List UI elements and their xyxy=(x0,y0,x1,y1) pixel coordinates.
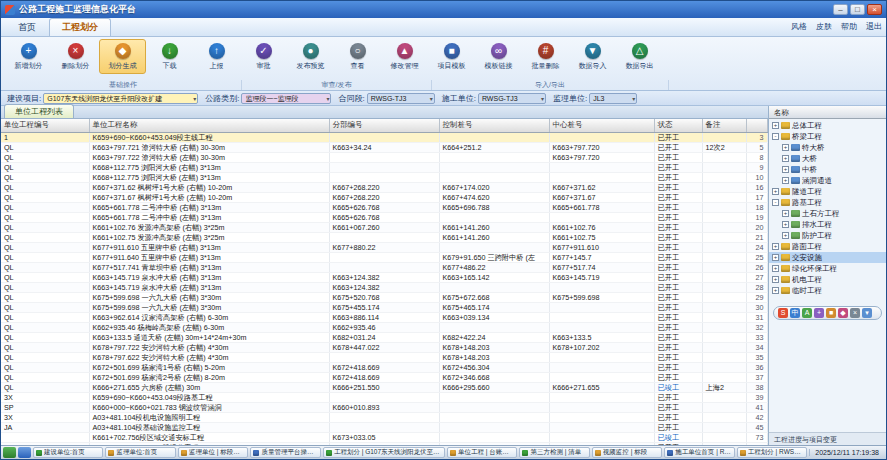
tree-item-8[interactable]: +土石方工程 xyxy=(769,208,886,219)
menubar-link-3[interactable]: 退出 xyxy=(866,21,882,32)
taskbar-start-icon[interactable] xyxy=(3,447,16,458)
handwrite-icon[interactable]: ◆ xyxy=(838,308,848,318)
taskbar-item-7[interactable]: 视频监控 | 标段 xyxy=(592,447,662,458)
keyboard-icon[interactable]: ■ xyxy=(826,308,836,318)
template-link-button[interactable]: ∞模板链接 xyxy=(475,39,522,74)
column-header-0[interactable]: 单位工程编号 xyxy=(1,119,89,132)
table-row[interactable]: QLK665+661.778 二号冲中桥 (左幅) 3*13mK665+626.… xyxy=(1,212,767,222)
taskbar-item-0[interactable]: 建设单位:首页 xyxy=(33,447,103,458)
table-row[interactable]: 3XK659+690~K660+453.049段路基工程已开工39 xyxy=(1,392,767,402)
tree-header[interactable]: 名称 xyxy=(769,106,886,119)
cn-en-toggle-icon[interactable]: 中 xyxy=(790,308,800,318)
tree-expander-icon[interactable]: + xyxy=(772,265,779,272)
table-row[interactable]: QLK672+501.699 杨家湾1号桥 (右幅) 5-20mK672+418… xyxy=(1,362,767,372)
tree-item-0[interactable]: +总体工程 xyxy=(769,120,886,131)
table-row[interactable]: QLK663+145.719 泉水冲大桥 (左幅) 3*13mK663+124.… xyxy=(1,282,767,292)
table-row[interactable]: QLK672+501.699 杨家湾2号桥 (左幅) 8-20mK672+418… xyxy=(1,372,767,382)
table-row[interactable]: QLK677+517.741 青草坝中桥 (右幅) 3*13mK677+486.… xyxy=(1,262,767,272)
tree-item-5[interactable]: +涵洞通道 xyxy=(769,175,886,186)
taskbar-item-5[interactable]: 单位工程 | 台账清单 xyxy=(447,447,517,458)
letter-mode-icon[interactable]: A xyxy=(802,308,812,318)
tree-expander-icon[interactable]: + xyxy=(782,144,789,151)
tree-expander-icon[interactable]: + xyxy=(772,122,779,129)
table-row[interactable]: QLK662+935.46 杨梅岭高架桥 (左幅) 6-30mK662+935.… xyxy=(1,322,767,332)
tree-expander-icon[interactable]: - xyxy=(772,133,779,140)
table-row[interactable]: QLK665+661.778 二号冲中桥 (右幅) 3*13mK665+626.… xyxy=(1,202,767,212)
table-row[interactable]: QLK666+271.655 六房桥 (左幅) 30mK666+251.550K… xyxy=(1,382,767,392)
punctuation-icon[interactable]: + xyxy=(814,308,824,318)
taskbar-item-9[interactable]: 工程划分 | RWSG-TJ3 xyxy=(737,447,807,458)
approve-button[interactable]: ✓审批 xyxy=(240,39,287,74)
table-row[interactable]: QLK675+599.698 一六九大桥 (左幅) 3*30mK675+455.… xyxy=(1,302,767,312)
tree-expander-icon[interactable]: - xyxy=(772,199,779,206)
close-button[interactable]: × xyxy=(867,4,882,15)
view-button[interactable]: ○查看 xyxy=(334,39,381,74)
tree-item-15[interactable]: +临时工程 xyxy=(769,285,886,296)
tree-expander-icon[interactable]: + xyxy=(782,166,789,173)
data-import-button[interactable]: ▼数据导入 xyxy=(569,39,616,74)
tree-item-10[interactable]: +防护工程 xyxy=(769,230,886,241)
table-row[interactable]: QLK677+911.610 五里牌中桥 (右幅) 3*13mK677+880.… xyxy=(1,242,767,252)
skin-icon[interactable]: × xyxy=(850,308,860,318)
report-button[interactable]: ↑上报 xyxy=(193,39,240,74)
unit-project-table-container[interactable]: 单位工程编号单位工程名称分部编号控制桩号中心桩号状态备注 1K659+690~K… xyxy=(1,119,768,445)
taskbar-item-1[interactable]: 监理单位:首页 xyxy=(105,447,175,458)
delete-button[interactable]: ×删除划分 xyxy=(52,39,99,74)
menubar-link-0[interactable]: 风格 xyxy=(791,21,807,32)
menu-tab-home[interactable]: 首页 xyxy=(5,18,49,36)
taskbar-item-6[interactable]: 第三方检测 | 清单 xyxy=(519,447,589,458)
table-row[interactable]: QLK668+112.775 浏阳河大桥 (右幅) 3*13m已开工9 xyxy=(1,162,767,172)
table-row[interactable]: QLK661+102.76 发源冲高架桥 (右幅) 3*25mK661+067.… xyxy=(1,222,767,232)
tab-unit-project-list[interactable]: 单位工程列表 xyxy=(4,104,74,118)
table-row[interactable]: QLK663+145.719 泉水冲大桥 (右幅) 3*13mK663+124.… xyxy=(1,272,767,282)
tree-item-12[interactable]: +交安设施 xyxy=(769,252,886,263)
taskbar-item-2[interactable]: 监理单位 | 标段信息 xyxy=(178,447,248,458)
tree-expander-icon[interactable]: + xyxy=(782,177,789,184)
tree-item-6[interactable]: +隧道工程 xyxy=(769,186,886,197)
menubar-link-1[interactable]: 皮肤 xyxy=(816,21,832,32)
modify-manage-button[interactable]: ▲修改管理 xyxy=(381,39,428,74)
taskbar-item-8[interactable]: 施工单位首页 | RWSG-TJ3 xyxy=(664,447,734,458)
publish-preview-button[interactable]: ●发布预览 xyxy=(287,39,334,74)
table-row[interactable]: QLK663+133.5 通道天桥 (左幅) 30m+14*24m+30mK68… xyxy=(1,332,767,342)
generate-button[interactable]: ◆划分生成 xyxy=(99,39,146,74)
new-button[interactable]: +新增划分 xyxy=(5,39,52,74)
column-header-6[interactable]: 备注 xyxy=(702,119,746,132)
table-row[interactable]: K661+702.756段区域交通安标工程K673+033.05已竣工73 xyxy=(1,432,767,442)
tree-expander-icon[interactable]: + xyxy=(782,210,789,217)
table-row[interactable]: QLK663+797.722 潦河特大桥 (左幅) 30-30mK663+797… xyxy=(1,152,767,162)
download-button[interactable]: ↓下载 xyxy=(146,39,193,74)
data-export-button[interactable]: △数据导出 xyxy=(616,39,663,74)
tree-expander-icon[interactable]: + xyxy=(772,287,779,294)
column-header-5[interactable]: 状态 xyxy=(654,119,702,132)
table-row[interactable]: QLK663+962.614 汉家湾高架桥 (右幅) 6-30mK663+886… xyxy=(1,312,767,322)
taskbar-app-icon[interactable] xyxy=(18,447,31,458)
column-header-4[interactable]: 中心桩号 xyxy=(549,119,654,132)
supervisor-select[interactable]: JL3 xyxy=(589,93,637,104)
table-row[interactable]: QLK661+102.75 发源冲高架桥 (左幅) 3*25mK661+141.… xyxy=(1,232,767,242)
menubar-link-2[interactable]: 帮助 xyxy=(841,21,857,32)
taskbar-item-4[interactable]: 工程划分 | G107东天线浏阳龙伏至升阳段改扩建 项目工程 xyxy=(323,447,445,458)
tree-item-9[interactable]: +排水工程 xyxy=(769,219,886,230)
tree-item-14[interactable]: +机电工程 xyxy=(769,274,886,285)
maximize-button[interactable]: □ xyxy=(850,4,865,15)
column-header-7[interactable] xyxy=(746,119,767,132)
tree-expander-icon[interactable]: + xyxy=(782,155,789,162)
table-row[interactable]: QLK678+797.622 安沙河特大桥 (左幅) 4*30mK678+148… xyxy=(1,352,767,362)
table-row[interactable]: QLK675+599.698 一六九大桥 (右幅) 3*30mK675+520.… xyxy=(1,292,767,302)
tree-expander-icon[interactable]: + xyxy=(782,221,789,228)
tree-expander-icon[interactable]: + xyxy=(772,188,779,195)
minimize-button[interactable]: – xyxy=(833,4,848,15)
tree-item-7[interactable]: -路基工程 xyxy=(769,197,886,208)
table-row[interactable]: QLK667+371.62 枫树坪1号大桥 (右幅) 10-20mK667+26… xyxy=(1,182,767,192)
contractor-select[interactable]: RWSG-TJ3 xyxy=(478,93,546,104)
column-header-2[interactable]: 分部编号 xyxy=(329,119,439,132)
table-row[interactable]: QLK667+371.67 枫树坪1号大桥 (左幅) 10-20mK667+26… xyxy=(1,192,767,202)
table-row[interactable]: 1K659+690~K660+453.049段主线工程已开工3 xyxy=(1,132,767,142)
tree-item-1[interactable]: -桥梁工程 xyxy=(769,131,886,142)
tree-item-2[interactable]: +特大桥 xyxy=(769,142,886,153)
tree-expander-icon[interactable]: + xyxy=(772,276,779,283)
batch-delete-button[interactable]: #批量删除 xyxy=(522,39,569,74)
table-row[interactable]: SPK660+000~K660+021.783 钢波纹管涵洞K660+010.8… xyxy=(1,402,767,412)
project-select[interactable]: G107东天线浏阳龙伏至升阳段改扩建 xyxy=(43,93,198,104)
